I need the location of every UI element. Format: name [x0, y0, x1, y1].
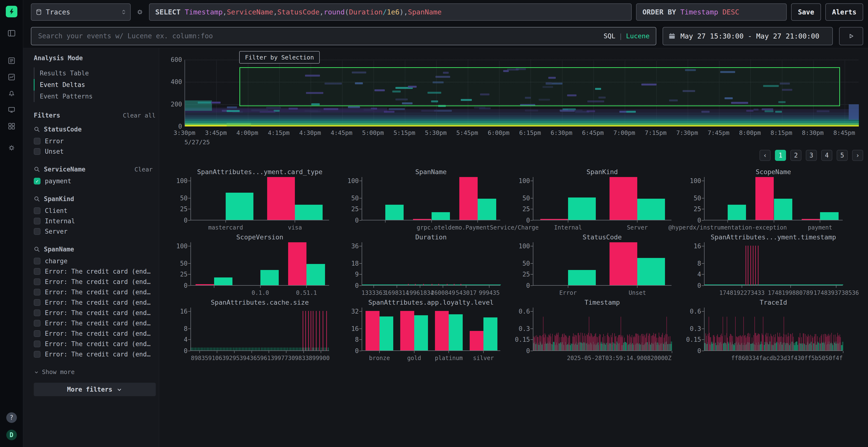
filter-option-label: Unset [45, 148, 64, 155]
checkbox[interactable] [34, 268, 40, 275]
mini-x-tickmark [431, 220, 432, 222]
checkbox[interactable] [34, 258, 40, 265]
user-avatar[interactable]: D [6, 429, 17, 440]
filter-option[interactable]: Error: The credit card (end… [34, 287, 156, 297]
checkbox[interactable] [34, 330, 40, 337]
pagination-prev-button[interactable]: ‹ [760, 150, 771, 161]
mini-chart-plot: @hyperdx/instrumentation-exceptionpaymen… [704, 177, 843, 220]
lucene-toggle[interactable]: Lucene [626, 32, 650, 40]
logs-icon[interactable] [7, 56, 17, 66]
alerts-bell-icon[interactable] [7, 89, 17, 98]
mini-y-tickmark [702, 220, 704, 220]
clear-all-link[interactable]: Clear all [123, 112, 156, 119]
checkbox[interactable] [34, 278, 40, 285]
analysis-mode-item[interactable]: Event Patterns [34, 91, 156, 102]
alerts-button[interactable]: Alerts [825, 3, 863, 21]
mini-y-tickmark [530, 263, 533, 264]
checkbox[interactable] [34, 309, 40, 316]
filter-option[interactable]: Error: The credit card (end… [34, 318, 156, 328]
timeline-date-label: 5/27/25 [184, 139, 210, 146]
pagination-next-button[interactable]: › [852, 150, 863, 161]
order-by-input[interactable]: ORDER BY Timestamp DESC [636, 3, 787, 21]
heatmap-cell [211, 102, 221, 104]
hyperdx-logo-icon[interactable] [6, 6, 18, 18]
show-more-link[interactable]: Show more [34, 369, 156, 375]
filter-option[interactable]: Internal [34, 216, 156, 226]
query-token: ) [400, 8, 404, 16]
timeline-y-tick-label: 0 [169, 123, 182, 130]
spike [319, 311, 320, 350]
filter-option[interactable]: Error: The credit card (end… [34, 308, 156, 318]
search-input[interactable] [38, 32, 599, 40]
source-settings-gear-icon[interactable] [136, 8, 144, 16]
run-query-button[interactable] [839, 27, 863, 45]
mini-y-tickmark [188, 220, 190, 220]
checkbox[interactable] [34, 207, 40, 214]
mini-y-tick-label: 100 [169, 177, 188, 184]
checkbox[interactable] [34, 320, 40, 326]
baseline-tick [229, 347, 229, 350]
filter-option[interactable]: Error [34, 136, 156, 146]
filter-option[interactable]: Error: The credit card (end… [34, 297, 156, 308]
filter-option[interactable]: Server [34, 226, 156, 237]
analysis-mode-item[interactable]: Event Deltas [34, 79, 156, 91]
bar-pink [435, 311, 449, 350]
pagination-page-button[interactable]: 5 [837, 150, 848, 161]
filter-option[interactable]: Unset [34, 146, 156, 157]
analysis-mode-item[interactable]: Results Table [34, 67, 156, 79]
heatmap-cell [746, 110, 753, 112]
selection-rectangle[interactable] [240, 67, 840, 106]
language-toggle[interactable]: SQL | Lucene [603, 32, 650, 40]
filter-option[interactable]: Error: The credit card (end… [34, 339, 156, 349]
checkbox[interactable] [34, 299, 40, 306]
filter-by-selection-button[interactable]: Filter by Selection [239, 51, 320, 64]
dashboards-grid-icon[interactable] [7, 122, 17, 131]
source-select[interactable]: Traces [31, 3, 131, 21]
checkbox[interactable] [34, 218, 40, 225]
filter-option[interactable]: Error: The credit card (end… [34, 328, 156, 339]
help-button[interactable]: ? [6, 412, 17, 423]
sessions-monitor-icon[interactable] [7, 105, 17, 115]
checkbox[interactable] [34, 341, 40, 347]
spike [727, 317, 727, 350]
checkbox[interactable] [34, 289, 40, 296]
filter-option[interactable]: Error: The credit card (end… [34, 276, 156, 287]
more-filters-button[interactable]: More filters [34, 383, 156, 396]
sidebar-toggle-icon[interactable] [7, 28, 17, 38]
mini-chart-title: Timestamp [533, 299, 672, 306]
baseline-tick [226, 347, 226, 350]
sql-select-input[interactable]: SELECT Timestamp,ServiceName,StatusCode,… [149, 3, 632, 21]
mini-x-tick-label: gold [407, 355, 421, 362]
pagination-page-button[interactable]: 1 [775, 150, 786, 161]
pagination-page-button[interactable]: 4 [821, 150, 832, 161]
timeline-x-tick-label: 8:45pm [833, 129, 855, 136]
settings-gear-icon[interactable] [7, 143, 17, 153]
baseline-tick [199, 347, 200, 350]
checkbox[interactable] [34, 178, 40, 184]
bar-green [484, 317, 497, 350]
mini-chart-plot: 174819227343317481998807891748393738536 [704, 242, 843, 286]
mini-y-tick-label: 100 [169, 243, 188, 250]
pagination-page-button[interactable]: 2 [790, 150, 802, 161]
filter-option[interactable]: Error: The credit card (end… [34, 349, 156, 359]
save-button[interactable]: Save [791, 3, 821, 21]
chart-icon[interactable] [7, 72, 17, 82]
heatmap-cell [364, 109, 373, 111]
filter-option[interactable]: Error: The credit card (end… [34, 266, 156, 276]
sql-toggle[interactable]: SQL [603, 32, 615, 40]
mini-chart: SpanAttributes...yment.timestamp16840174… [682, 232, 852, 297]
mini-x-tickmark [294, 220, 295, 222]
filter-option[interactable]: charge [34, 256, 156, 266]
spike [621, 317, 621, 350]
mini-y-tick-label: 0.15 [511, 336, 530, 343]
checkbox[interactable] [34, 228, 40, 235]
filter-option[interactable]: payment [34, 176, 156, 186]
pagination-page-button[interactable]: 3 [806, 150, 817, 161]
filter-clear-link[interactable]: Clear [134, 166, 156, 173]
filter-option[interactable]: Client [34, 205, 156, 216]
checkbox[interactable] [34, 138, 40, 144]
checkbox[interactable] [34, 148, 40, 155]
timeline-heatmap-plot[interactable]: Filter by Selection [184, 60, 858, 127]
checkbox[interactable] [34, 351, 40, 358]
date-range-picker[interactable]: May 27 15:30:00 - May 27 21:00:00 [662, 27, 833, 45]
